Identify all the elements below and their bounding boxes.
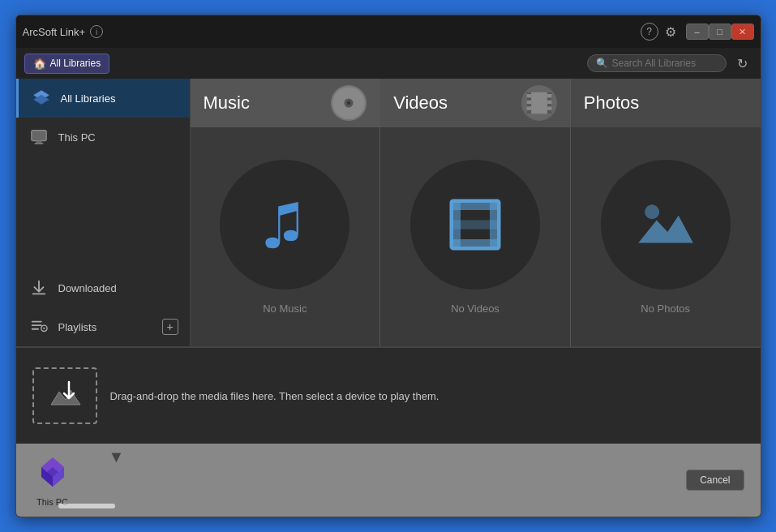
svg-rect-18 — [526, 101, 531, 104]
all-libraries-label: All Libraries — [50, 58, 101, 69]
sidebar-item-this-pc[interactable]: This PC — [16, 118, 190, 157]
photos-card-header: Photos — [571, 79, 761, 127]
toolbar: 🏠 All Libraries 🔍 ↻ — [16, 48, 761, 79]
info-icon[interactable]: i — [90, 25, 103, 38]
main-window: ArcSoft Link+ i ? ⚙ – □ ✕ 🏠 All Librarie… — [15, 15, 761, 517]
svg-point-13 — [347, 101, 350, 105]
refresh-button[interactable]: ↻ — [733, 54, 752, 73]
photos-card-body: No Photos — [571, 127, 761, 346]
music-card-header: Music — [191, 79, 380, 127]
videos-film-icon — [521, 85, 557, 121]
search-box: 🔍 — [587, 54, 727, 72]
gear-icon[interactable]: ⚙ — [662, 23, 680, 41]
playlists-label: Playlists — [58, 321, 97, 333]
svg-rect-28 — [452, 220, 499, 229]
svg-point-29 — [645, 204, 659, 219]
this-pc-device[interactable]: This PC — [32, 453, 73, 507]
content-area: Music — [191, 79, 761, 346]
photos-empty-label: No Photos — [641, 302, 690, 315]
titlebar: ArcSoft Link+ i ? ⚙ – □ ✕ — [16, 15, 761, 48]
media-grid: Music — [191, 79, 761, 346]
svg-rect-26 — [452, 200, 499, 209]
downloaded-icon — [28, 277, 50, 299]
music-card[interactable]: Music — [191, 79, 381, 346]
svg-rect-2 — [31, 131, 45, 141]
add-playlist-button[interactable]: + — [162, 319, 178, 335]
svg-marker-10 — [43, 327, 45, 329]
videos-card-header: Videos — [380, 79, 570, 127]
music-empty-icon — [220, 160, 349, 290]
svg-rect-5 — [32, 293, 45, 294]
svg-rect-27 — [452, 239, 499, 248]
minimize-button[interactable]: – — [686, 24, 709, 40]
home-icon: 🏠 — [33, 58, 46, 70]
svg-rect-3 — [36, 141, 41, 144]
music-card-body: No Music — [191, 127, 380, 346]
sidebar-item-playlists[interactable]: Playlists + — [16, 307, 190, 346]
search-icon: 🔍 — [596, 58, 608, 69]
this-pc-device-icon — [32, 453, 73, 494]
this-pc-icon — [28, 126, 50, 148]
svg-rect-21 — [547, 101, 552, 104]
device-bar: ▼ This PC Cancel — [16, 444, 761, 517]
sidebar-item-all-libraries[interactable]: All Libraries — [16, 79, 190, 118]
app-title: ArcSoft Link+ — [23, 26, 86, 38]
svg-rect-19 — [526, 106, 531, 109]
svg-rect-20 — [547, 94, 552, 97]
videos-empty-icon — [410, 160, 540, 290]
photos-empty-icon — [601, 160, 731, 290]
maximize-button[interactable]: □ — [709, 24, 731, 40]
sidebar: All Libraries This PC — [16, 79, 191, 346]
all-libraries-button[interactable]: 🏠 All Libraries — [24, 54, 110, 74]
music-empty-label: No Music — [263, 302, 307, 315]
sidebar-item-downloaded[interactable]: Downloaded — [16, 268, 190, 307]
svg-rect-6 — [31, 321, 41, 323]
music-disc-icon — [331, 85, 367, 121]
downloaded-label: Downloaded — [58, 282, 117, 294]
playlists-icon — [28, 315, 50, 338]
svg-rect-8 — [31, 328, 38, 330]
svg-rect-17 — [526, 94, 531, 97]
videos-card[interactable]: Videos — [380, 79, 571, 346]
photos-card[interactable]: Photos No Photos — [571, 79, 761, 346]
videos-card-body: No Videos — [380, 127, 570, 346]
close-button[interactable]: ✕ — [731, 24, 754, 40]
svg-rect-7 — [31, 324, 41, 326]
this-pc-label: This PC — [58, 131, 96, 144]
cancel-button[interactable]: Cancel — [686, 470, 744, 491]
drop-zone-text: Drag-and-drop the media files here. Then… — [110, 390, 744, 402]
search-input[interactable] — [612, 58, 718, 69]
all-libraries-icon — [30, 87, 53, 109]
svg-rect-4 — [34, 143, 43, 144]
photos-title: Photos — [584, 92, 748, 114]
drop-zone-box — [32, 367, 97, 424]
videos-empty-label: No Videos — [451, 302, 499, 315]
main-content: All Libraries This PC — [16, 79, 761, 517]
videos-title: Videos — [393, 92, 512, 114]
music-title: Music — [204, 92, 322, 114]
svg-rect-22 — [547, 106, 552, 109]
all-libraries-sidebar-label: All Libraries — [61, 92, 116, 105]
drop-zone-area: Drag-and-drop the media files here. Then… — [16, 346, 761, 444]
help-icon[interactable]: ? — [641, 23, 658, 41]
